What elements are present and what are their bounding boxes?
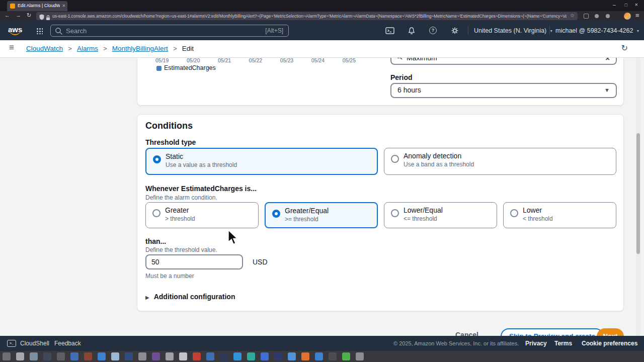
- legend-label[interactable]: EstimatedCharges: [164, 64, 216, 71]
- region-selector[interactable]: United States (N. Virginia)▼: [474, 27, 553, 34]
- console-footer: >_ CloudShell Feedback © 2025, Amazon We…: [0, 336, 644, 351]
- taskbar-app-icon[interactable]: [261, 352, 269, 360]
- settings-gear-icon[interactable]: [451, 27, 459, 37]
- statistic-search-input[interactable]: Maximum ×: [390, 58, 617, 65]
- tile-static[interactable]: Static Use a value as a threshold: [145, 148, 378, 175]
- taskbar-app-icon[interactable]: [16, 352, 24, 360]
- threshold-value-input[interactable]: [145, 254, 243, 269]
- extension-icon[interactable]: [606, 14, 610, 18]
- taskbar-app-icon[interactable]: [206, 352, 214, 360]
- taskbar-app-icon[interactable]: [125, 352, 133, 360]
- taskbar-app-icon[interactable]: [57, 352, 65, 360]
- radio-anomaly-detection[interactable]: [391, 155, 399, 163]
- clear-icon[interactable]: ×: [605, 58, 610, 62]
- footer-privacy[interactable]: Privacy: [525, 340, 547, 347]
- browser-tab[interactable]: Edit Alarms | CloudWatch | us-... ×: [7, 1, 67, 11]
- taskbar-app-icon[interactable]: [30, 352, 38, 360]
- breadcrumb-alarm-name[interactable]: MonthlyBillingAlert: [112, 45, 168, 52]
- url-text: us-east-1.console.aws.amazon.com/cloudwa…: [52, 14, 567, 19]
- breadcrumb-alarms[interactable]: Alarms: [77, 45, 98, 52]
- tile-label: Greater: [165, 206, 189, 214]
- tile-anomaly-detection[interactable]: Anomaly detection Use a band as a thresh…: [384, 148, 616, 175]
- cloudshell-icon[interactable]: >_: [7, 340, 16, 347]
- search-icon: [55, 27, 63, 35]
- taskbar-app-icon[interactable]: [356, 352, 364, 360]
- tile-lower[interactable]: Lower < threshold: [503, 202, 616, 228]
- taskbar-app-icon[interactable]: [152, 352, 160, 360]
- tile-description: <= threshold: [404, 215, 437, 222]
- tile-label: Lower: [523, 206, 542, 214]
- radio-lower[interactable]: [510, 209, 518, 217]
- taskbar-app-icon[interactable]: [274, 352, 282, 360]
- screen: Edit Alarms | CloudWatch | us-... × – □ …: [0, 0, 644, 362]
- services-grid-icon[interactable]: [36, 28, 43, 34]
- period-select[interactable]: 6 hours ▼: [390, 83, 617, 98]
- breadcrumb-separator: >: [173, 45, 177, 52]
- taskbar-app-icon[interactable]: [329, 352, 337, 360]
- conditions-card: Conditions Threshold type Static Use a v…: [137, 114, 624, 311]
- taskbar-app-icon[interactable]: [166, 352, 174, 360]
- taskbar-app-icon[interactable]: [342, 352, 350, 360]
- taskbar-app-icon[interactable]: [43, 352, 51, 360]
- cloudshell-icon[interactable]: [385, 27, 394, 37]
- radio-lower-equal[interactable]: [391, 209, 399, 217]
- tile-label: Lower/Equal: [404, 206, 443, 214]
- breadcrumb-cloudwatch[interactable]: CloudWatch: [26, 45, 63, 52]
- next-button[interactable]: Next: [597, 328, 624, 336]
- footer-cookie-preferences[interactable]: Cookie preferences: [582, 340, 637, 347]
- tab-close-icon[interactable]: ×: [62, 3, 65, 9]
- taskbar-app-icon[interactable]: [3, 352, 11, 360]
- taskbar-app-icon[interactable]: [98, 352, 106, 360]
- additional-configuration-expander[interactable]: ▶Additional configuration: [145, 292, 235, 301]
- taskbar-app-icon[interactable]: [233, 352, 242, 360]
- taskbar-app-icon[interactable]: [193, 352, 201, 360]
- cancel-button[interactable]: Cancel: [455, 331, 478, 336]
- taskbar-app-icon[interactable]: [315, 352, 323, 360]
- taskbar-app-icon[interactable]: [138, 352, 146, 360]
- taskbar-app-icon[interactable]: [220, 352, 228, 360]
- taskbar-app-icon[interactable]: [247, 352, 255, 360]
- url-bar[interactable]: us-east-1.console.aws.amazon.com/cloudwa…: [36, 12, 578, 20]
- taskbar-app-icon[interactable]: [111, 352, 119, 360]
- aws-logo[interactable]: aws: [8, 25, 22, 34]
- taskbar-app-icon[interactable]: [179, 352, 187, 360]
- extensions-icon[interactable]: [584, 14, 589, 19]
- taskbar-app-icon[interactable]: [301, 352, 309, 360]
- extension-icon[interactable]: [595, 14, 599, 18]
- footer-feedback[interactable]: Feedback: [54, 340, 81, 347]
- sidebar-menu-icon[interactable]: ≡: [9, 43, 14, 53]
- bookmark-star-icon[interactable]: ☆: [570, 13, 575, 18]
- scrollbar-thumb[interactable]: [636, 133, 640, 254]
- breadcrumb-separator: >: [68, 45, 72, 52]
- tile-description: Use a band as a threshold: [404, 161, 474, 168]
- profile-avatar-icon[interactable]: [624, 13, 631, 20]
- radio-greater[interactable]: [152, 209, 160, 217]
- window-minimize-icon[interactable]: –: [613, 2, 616, 8]
- skip-to-preview-button[interactable]: Skip to Preview and create: [501, 328, 604, 336]
- notifications-bell-icon[interactable]: [408, 27, 416, 37]
- tile-greater-equal[interactable]: Greater/Equal >= threshold: [265, 202, 378, 228]
- tile-label: Greater/Equal: [285, 207, 329, 215]
- account-menu[interactable]: michael @ 5982-7434-4262▼: [555, 27, 639, 34]
- tile-description: Use a value as a threshold: [166, 161, 237, 168]
- refresh-icon[interactable]: ↻: [621, 43, 628, 53]
- tile-greater[interactable]: Greater > threshold: [145, 202, 259, 228]
- browser-forward-icon[interactable]: →: [16, 12, 21, 18]
- radio-static[interactable]: [153, 155, 161, 163]
- taskbar-app-icon[interactable]: [70, 352, 78, 360]
- search-input[interactable]: [66, 26, 237, 36]
- console-search[interactable]: [Alt+S]: [50, 25, 289, 37]
- footer-cloudshell[interactable]: CloudShell: [20, 340, 49, 347]
- tile-description: < threshold: [523, 215, 553, 222]
- tile-lower-equal[interactable]: Lower/Equal <= threshold: [384, 202, 497, 228]
- help-icon[interactable]: ?: [429, 27, 437, 34]
- taskbar-app-icon[interactable]: [84, 352, 92, 360]
- browser-menu-icon[interactable]: ≡: [635, 12, 639, 19]
- window-close-icon[interactable]: ×: [635, 2, 638, 8]
- footer-terms[interactable]: Terms: [554, 340, 572, 347]
- taskbar-app-icon[interactable]: [288, 352, 296, 360]
- window-maximize-icon[interactable]: □: [625, 3, 627, 8]
- browser-back-icon[interactable]: ←: [5, 12, 10, 18]
- radio-greater-equal[interactable]: [272, 210, 280, 218]
- browser-reload-icon[interactable]: ↻: [27, 12, 31, 19]
